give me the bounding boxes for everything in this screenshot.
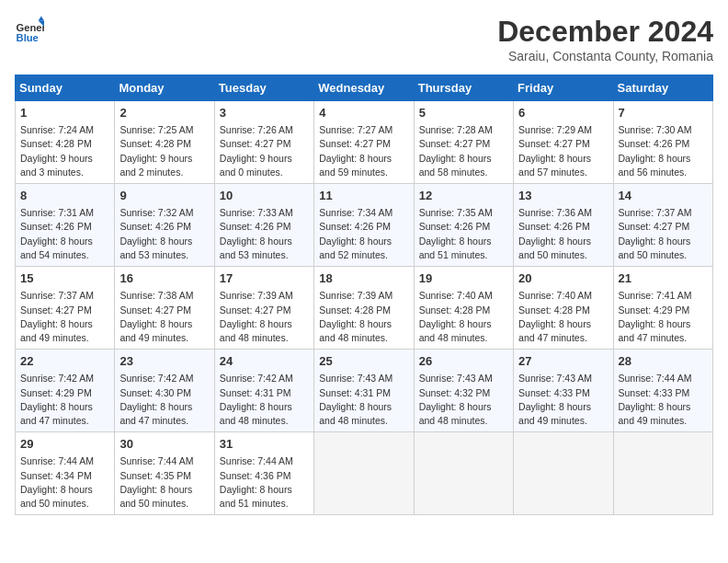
calendar-week-row: 29Sunrise: 7:44 AM Sunset: 4:34 PM Dayli… [16,432,713,515]
day-info: Sunrise: 7:29 AM Sunset: 4:27 PM Dayligh… [518,123,608,179]
calendar-cell: 16Sunrise: 7:38 AM Sunset: 4:27 PM Dayli… [115,267,214,350]
day-info: Sunrise: 7:35 AM Sunset: 4:26 PM Dayligh… [419,206,508,262]
calendar-cell: 5Sunrise: 7:28 AM Sunset: 4:27 PM Daylig… [414,101,513,184]
day-number: 7 [619,105,708,121]
day-info: Sunrise: 7:43 AM Sunset: 4:33 PM Dayligh… [518,372,608,428]
calendar-cell: 22Sunrise: 7:42 AM Sunset: 4:29 PM Dayli… [16,350,115,432]
day-number: 28 [619,353,708,370]
day-number: 4 [319,105,408,121]
calendar-week-row: 1Sunrise: 7:24 AM Sunset: 4:28 PM Daylig… [16,101,713,184]
day-number: 3 [220,105,309,121]
day-info: Sunrise: 7:44 AM Sunset: 4:34 PM Dayligh… [20,454,109,511]
weekday-header-sunday: Sunday [16,75,115,101]
weekday-header-row: SundayMondayTuesdayWednesdayThursdayFrid… [16,75,713,101]
day-info: Sunrise: 7:37 AM Sunset: 4:27 PM Dayligh… [20,289,109,345]
day-number: 26 [419,353,508,370]
day-info: Sunrise: 7:41 AM Sunset: 4:29 PM Dayligh… [619,289,708,345]
day-info: Sunrise: 7:36 AM Sunset: 4:26 PM Dayligh… [518,206,608,262]
calendar-cell: 24Sunrise: 7:42 AM Sunset: 4:31 PM Dayli… [214,350,313,432]
day-number: 8 [20,188,109,204]
day-number: 16 [119,270,209,287]
calendar-cell [314,432,414,515]
calendar-cell [613,432,712,515]
calendar-cell: 1Sunrise: 7:24 AM Sunset: 4:28 PM Daylig… [16,101,115,184]
day-number: 14 [619,188,708,204]
calendar-table: SundayMondayTuesdayWednesdayThursdayFrid… [15,75,713,515]
day-info: Sunrise: 7:42 AM Sunset: 4:30 PM Dayligh… [119,372,209,428]
day-number: 19 [419,270,508,287]
day-info: Sunrise: 7:38 AM Sunset: 4:27 PM Dayligh… [119,289,209,345]
day-number: 31 [220,436,309,453]
day-info: Sunrise: 7:26 AM Sunset: 4:27 PM Dayligh… [220,123,309,179]
weekday-header-thursday: Thursday [414,75,513,101]
weekday-header-tuesday: Tuesday [214,75,313,101]
logo: General Blue [15,15,44,44]
day-number: 5 [419,105,508,121]
day-info: Sunrise: 7:40 AM Sunset: 4:28 PM Dayligh… [518,289,608,345]
day-number: 25 [319,353,408,370]
day-info: Sunrise: 7:44 AM Sunset: 4:35 PM Dayligh… [119,454,209,511]
title-block: December 2024 Saraiu, Constanta County, … [497,15,713,63]
day-info: Sunrise: 7:28 AM Sunset: 4:27 PM Dayligh… [419,123,508,179]
calendar-cell: 26Sunrise: 7:43 AM Sunset: 4:32 PM Dayli… [414,350,513,432]
weekday-header-friday: Friday [514,75,613,101]
day-number: 6 [518,105,608,121]
calendar-title: December 2024 [497,15,713,49]
calendar-cell: 21Sunrise: 7:41 AM Sunset: 4:29 PM Dayli… [613,267,712,350]
day-number: 15 [20,270,109,287]
calendar-cell: 27Sunrise: 7:43 AM Sunset: 4:33 PM Dayli… [514,350,613,432]
calendar-cell: 19Sunrise: 7:40 AM Sunset: 4:28 PM Dayli… [414,267,513,350]
weekday-header-saturday: Saturday [613,75,712,101]
day-info: Sunrise: 7:33 AM Sunset: 4:26 PM Dayligh… [220,206,309,262]
calendar-cell: 8Sunrise: 7:31 AM Sunset: 4:26 PM Daylig… [16,184,115,267]
calendar-cell: 30Sunrise: 7:44 AM Sunset: 4:35 PM Dayli… [115,432,214,515]
day-number: 22 [20,353,109,370]
calendar-cell: 9Sunrise: 7:32 AM Sunset: 4:26 PM Daylig… [115,184,214,267]
day-info: Sunrise: 7:44 AM Sunset: 4:33 PM Dayligh… [619,372,708,428]
calendar-cell: 2Sunrise: 7:25 AM Sunset: 4:28 PM Daylig… [115,101,214,184]
day-info: Sunrise: 7:32 AM Sunset: 4:26 PM Dayligh… [119,206,209,262]
day-info: Sunrise: 7:43 AM Sunset: 4:31 PM Dayligh… [319,372,408,428]
day-info: Sunrise: 7:42 AM Sunset: 4:31 PM Dayligh… [220,372,309,428]
calendar-cell: 13Sunrise: 7:36 AM Sunset: 4:26 PM Dayli… [514,184,613,267]
day-info: Sunrise: 7:43 AM Sunset: 4:32 PM Dayligh… [419,372,508,428]
calendar-cell: 4Sunrise: 7:27 AM Sunset: 4:27 PM Daylig… [314,101,414,184]
calendar-cell: 25Sunrise: 7:43 AM Sunset: 4:31 PM Dayli… [314,350,414,432]
day-number: 29 [20,436,109,453]
calendar-cell: 31Sunrise: 7:44 AM Sunset: 4:36 PM Dayli… [214,432,313,515]
calendar-cell: 6Sunrise: 7:29 AM Sunset: 4:27 PM Daylig… [514,101,613,184]
day-number: 21 [619,270,708,287]
day-info: Sunrise: 7:27 AM Sunset: 4:27 PM Dayligh… [319,123,408,179]
day-info: Sunrise: 7:34 AM Sunset: 4:26 PM Dayligh… [319,206,408,262]
day-info: Sunrise: 7:30 AM Sunset: 4:26 PM Dayligh… [619,123,708,179]
day-info: Sunrise: 7:44 AM Sunset: 4:36 PM Dayligh… [220,454,309,511]
calendar-week-row: 22Sunrise: 7:42 AM Sunset: 4:29 PM Dayli… [16,350,713,432]
day-info: Sunrise: 7:24 AM Sunset: 4:28 PM Dayligh… [20,123,109,179]
day-number: 11 [319,188,408,204]
logo-icon: General Blue [15,15,44,44]
day-info: Sunrise: 7:31 AM Sunset: 4:26 PM Dayligh… [20,206,109,262]
calendar-subtitle: Saraiu, Constanta County, Romania [497,49,713,63]
calendar-cell [514,432,613,515]
calendar-cell: 18Sunrise: 7:39 AM Sunset: 4:28 PM Dayli… [314,267,414,350]
calendar-cell: 15Sunrise: 7:37 AM Sunset: 4:27 PM Dayli… [16,267,115,350]
day-info: Sunrise: 7:39 AM Sunset: 4:28 PM Dayligh… [319,289,408,345]
calendar-cell: 28Sunrise: 7:44 AM Sunset: 4:33 PM Dayli… [613,350,712,432]
calendar-cell: 10Sunrise: 7:33 AM Sunset: 4:26 PM Dayli… [214,184,313,267]
svg-text:Blue: Blue [17,32,39,43]
day-number: 23 [119,353,209,370]
day-number: 18 [319,270,408,287]
svg-text:General: General [17,22,44,33]
svg-marker-2 [39,17,44,21]
calendar-cell: 3Sunrise: 7:26 AM Sunset: 4:27 PM Daylig… [214,101,313,184]
calendar-cell: 17Sunrise: 7:39 AM Sunset: 4:27 PM Dayli… [214,267,313,350]
day-number: 1 [20,105,109,121]
day-number: 24 [220,353,309,370]
calendar-cell [414,432,513,515]
day-info: Sunrise: 7:42 AM Sunset: 4:29 PM Dayligh… [20,372,109,428]
day-number: 2 [119,105,209,121]
day-info: Sunrise: 7:39 AM Sunset: 4:27 PM Dayligh… [220,289,309,345]
calendar-cell: 12Sunrise: 7:35 AM Sunset: 4:26 PM Dayli… [414,184,513,267]
calendar-week-row: 8Sunrise: 7:31 AM Sunset: 4:26 PM Daylig… [16,184,713,267]
day-info: Sunrise: 7:40 AM Sunset: 4:28 PM Dayligh… [419,289,508,345]
